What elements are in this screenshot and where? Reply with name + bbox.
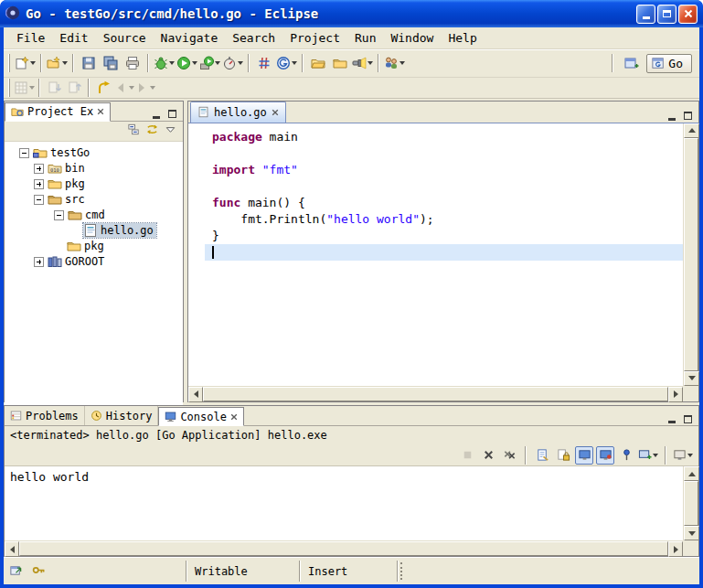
- collapse-icon[interactable]: [19, 148, 29, 158]
- tab-history[interactable]: History: [85, 406, 159, 425]
- run-button[interactable]: [176, 52, 198, 74]
- minimize-button[interactable]: [636, 5, 655, 24]
- next-annotation-button[interactable]: [44, 79, 64, 97]
- tab-project-explorer[interactable]: Project Ex: [5, 102, 111, 122]
- remove-all-launches-button[interactable]: [500, 446, 518, 465]
- tree-item-testgo[interactable]: testGo: [5, 145, 183, 161]
- dropdown-arrow-icon[interactable]: [367, 61, 373, 65]
- debug-button[interactable]: [153, 52, 176, 74]
- link-with-editor-button[interactable]: [145, 123, 159, 139]
- show-console-stdout-button[interactable]: [575, 446, 593, 465]
- markers-grid-button[interactable]: [14, 79, 35, 97]
- last-edit-location-button[interactable]: [93, 79, 113, 97]
- back-button[interactable]: [113, 79, 134, 97]
- display-selected-console-button[interactable]: [673, 446, 693, 465]
- editor-horizontal-scrollbar[interactable]: [188, 386, 683, 401]
- dropdown-arrow-icon[interactable]: [150, 86, 155, 90]
- scrollbar-thumb[interactable]: [684, 481, 698, 526]
- scroll-lock-button[interactable]: [554, 446, 572, 465]
- minimize-view-button[interactable]: [149, 108, 163, 121]
- tab-console[interactable]: Console: [158, 407, 244, 426]
- editor-vertical-scrollbar[interactable]: [683, 123, 698, 386]
- scroll-down-button[interactable]: [684, 371, 699, 386]
- save-button[interactable]: [78, 52, 100, 74]
- titlebar[interactable]: Go - testGo/src/cmd/hello.go - Eclipse: [0, 0, 703, 27]
- tree-item-bin[interactable]: 010 bin: [5, 161, 183, 176]
- close-tab-icon[interactable]: [272, 106, 279, 119]
- new-go-element-button[interactable]: [46, 52, 69, 74]
- dropdown-arrow-icon[interactable]: [687, 454, 693, 457]
- go-hash-button[interactable]: [253, 52, 275, 74]
- team-button[interactable]: [383, 52, 406, 74]
- close-view-icon[interactable]: [230, 411, 238, 423]
- maximize-editor-button[interactable]: [681, 110, 695, 123]
- search-flashlight-button[interactable]: [351, 52, 374, 74]
- scroll-right-button[interactable]: [668, 541, 683, 557]
- dropdown-arrow-icon[interactable]: [399, 61, 405, 65]
- view-menu-button[interactable]: [164, 123, 177, 139]
- toolbar-grip[interactable]: [8, 79, 10, 97]
- key-icon[interactable]: [32, 563, 46, 580]
- folder-button[interactable]: [329, 52, 351, 74]
- maximize-view-button[interactable]: [165, 108, 179, 121]
- code-area[interactable]: package main import "fmt" func main() { …: [188, 123, 683, 386]
- tab-problems[interactable]: Problems: [5, 406, 85, 425]
- scroll-up-button[interactable]: [684, 466, 699, 481]
- tree-item-hello-go[interactable]: hello.go: [5, 223, 183, 239]
- menu-navigate[interactable]: Navigate: [154, 29, 226, 47]
- toolbar-grip[interactable]: [8, 54, 10, 72]
- tab-hello-go[interactable]: hello.go: [190, 102, 286, 123]
- fast-view-icon[interactable]: [9, 563, 23, 580]
- console-vertical-scrollbar[interactable]: [683, 466, 698, 540]
- tree-item-cmd[interactable]: cmd: [5, 208, 183, 223]
- menu-edit[interactable]: Edit: [52, 29, 95, 47]
- dropdown-arrow-icon[interactable]: [192, 61, 197, 65]
- print-button[interactable]: [122, 52, 144, 74]
- new-wizard-button[interactable]: [14, 52, 37, 74]
- scrollbar-thumb[interactable]: [19, 541, 668, 556]
- maximize-button[interactable]: [657, 5, 676, 24]
- menu-run[interactable]: Run: [347, 29, 383, 47]
- scroll-down-button[interactable]: [684, 526, 699, 540]
- dropdown-arrow-icon[interactable]: [30, 61, 36, 65]
- dropdown-arrow-icon[interactable]: [215, 61, 220, 65]
- dropdown-arrow-icon[interactable]: [238, 61, 243, 65]
- collapse-all-button[interactable]: [127, 123, 141, 139]
- maximize-view-button[interactable]: [681, 412, 695, 425]
- go-perspective-button[interactable]: Go: [646, 54, 692, 73]
- pin-console-button[interactable]: [617, 446, 635, 465]
- menu-project[interactable]: Project: [282, 29, 347, 47]
- menu-search[interactable]: Search: [225, 29, 282, 47]
- run-external-tools-button[interactable]: [198, 52, 221, 74]
- collapse-icon[interactable]: [34, 195, 44, 205]
- console-output[interactable]: hello world: [5, 466, 683, 540]
- scroll-right-button[interactable]: [668, 387, 683, 402]
- dropdown-arrow-icon[interactable]: [29, 86, 35, 90]
- show-console-stderr-button[interactable]: [596, 446, 614, 465]
- dropdown-arrow-icon[interactable]: [653, 454, 658, 457]
- close-button[interactable]: [678, 5, 698, 24]
- console-horizontal-scrollbar[interactable]: [5, 540, 683, 556]
- close-view-icon[interactable]: [97, 105, 104, 118]
- forward-button[interactable]: [134, 79, 155, 97]
- open-folder-button[interactable]: [307, 52, 329, 74]
- menu-window[interactable]: Window: [383, 29, 441, 47]
- scrollbar-thumb[interactable]: [203, 387, 668, 401]
- collapse-icon[interactable]: [54, 210, 64, 220]
- dropdown-arrow-icon[interactable]: [292, 61, 297, 65]
- scroll-left-button[interactable]: [188, 387, 203, 402]
- menu-help[interactable]: Help: [441, 29, 484, 47]
- dropdown-arrow-icon[interactable]: [169, 61, 175, 65]
- dropdown-arrow-icon[interactable]: [62, 61, 68, 65]
- minimize-view-button[interactable]: [665, 412, 678, 425]
- minimize-editor-button[interactable]: [665, 110, 678, 123]
- profile-button[interactable]: [221, 52, 244, 74]
- tree-item-pkg-src[interactable]: pkg: [5, 239, 183, 254]
- remove-launch-button[interactable]: [479, 446, 497, 465]
- terminate-button[interactable]: [458, 446, 476, 465]
- menu-source[interactable]: Source: [96, 29, 154, 47]
- menu-file[interactable]: File: [9, 29, 52, 47]
- tree-item-goroot[interactable]: GOROOT: [5, 254, 183, 270]
- expand-icon[interactable]: [34, 164, 44, 174]
- previous-annotation-button[interactable]: [64, 79, 84, 97]
